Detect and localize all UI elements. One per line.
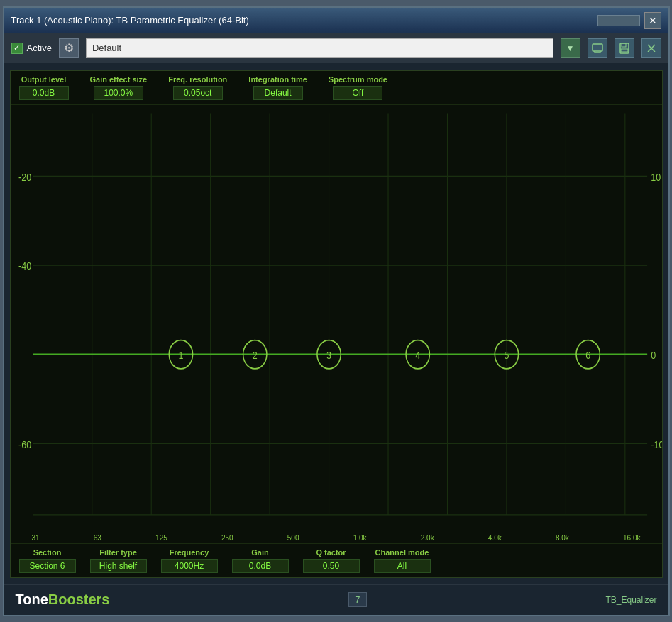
svg-text:-10: -10 [651,438,662,450]
svg-text:-60: -60 [18,438,31,450]
x-label-1k: 1.0k [353,534,367,542]
channel-mode-label: Channel mode [375,548,429,557]
minimize-button[interactable] [597,15,640,26]
freq-resolution-value[interactable]: 0.05oct [173,86,223,100]
q-factor-value[interactable]: 0.50 [303,559,360,573]
x-label-4k: 4.0k [488,534,502,542]
q-factor-group: Q factor 0.50 [303,548,360,573]
filter-type-group: Filter type High shelf [90,548,147,573]
bottom-controls: Section Section 6 Filter type High shelf… [11,543,662,577]
x-label-500: 500 [287,534,299,542]
svg-text:6: 6 [585,348,590,360]
output-level-value[interactable]: 0.0dB [19,86,69,100]
gain-label: Gain [251,548,268,557]
x-axis-labels: 31 63 125 250 500 1.0k 2.0k 4.0k 8.0k 16… [11,533,662,543]
gain-group: Gain 0.0dB [232,548,289,573]
top-controls: Output level 0.0dB Gain effect size 100.… [11,71,662,105]
x-label-125: 125 [155,534,167,542]
preset-input[interactable] [86,38,553,58]
gain-effect-size-label: Gain effect size [90,75,148,84]
spectrum-mode-group: Spectrum mode Off [329,75,387,100]
svg-text:3: 3 [326,348,331,360]
active-checkbox[interactable]: ✓ [11,43,23,54]
q-factor-label: Q factor [316,548,346,557]
spectrum-mode-value[interactable]: Off [333,86,382,100]
title-bar: Track 1 (Acoustic Piano): TB Parametric … [4,8,668,33]
window-title: Track 1 (Acoustic Piano): TB Parametric … [11,15,249,26]
gain-effect-size-value[interactable]: 100.0% [94,86,143,100]
eq-graph[interactable]: -20 -40 -60 10 0 -10 1 2 [11,105,662,533]
svg-text:1: 1 [178,348,183,360]
integration-time-value[interactable]: Default [253,86,303,100]
extra-button[interactable] [641,38,661,58]
section-label: Section [33,548,62,557]
brand-tone: Tone [16,592,48,607]
footer: ToneBoosters 7 TB_Equalizer [4,584,668,615]
frequency-value[interactable]: 4000Hz [161,559,218,573]
x-label-250: 250 [221,534,233,542]
svg-rect-0 [593,44,602,51]
plugin-name: TB_Equalizer [605,595,656,605]
brand-boosters: Boosters [48,592,110,607]
svg-text:5: 5 [504,348,509,360]
freq-resolution-label: Freq. resolution [168,75,227,84]
preset-dropdown-button[interactable]: ▼ [561,38,580,58]
freq-resolution-group: Freq. resolution 0.05oct [168,75,227,100]
active-label: Active [27,43,52,53]
frequency-label: Frequency [170,548,209,557]
svg-text:-40: -40 [18,260,31,272]
output-level-label: Output level [21,75,67,84]
eq-container: Output level 0.0dB Gain effect size 100.… [10,70,663,578]
x-label-2k: 2.0k [421,534,434,542]
x-label-16k: 16.0k [623,534,640,542]
main-window: Track 1 (Acoustic Piano): TB Parametric … [3,6,670,616]
svg-text:2: 2 [252,348,257,360]
svg-rect-3 [621,49,628,52]
toolbar: ✓ Active ⚙ ▼ [4,33,668,65]
eq-svg: -20 -40 -60 10 0 -10 1 2 [11,105,662,533]
title-controls: ✕ [597,12,661,29]
filter-type-label: Filter type [99,548,137,557]
svg-text:0: 0 [651,348,656,360]
svg-text:-20: -20 [18,170,31,182]
filter-type-value[interactable]: High shelf [90,559,147,573]
settings-button[interactable]: ⚙ [59,38,79,58]
x-label-31: 31 [32,534,40,542]
x-label-63: 63 [94,534,101,542]
brand: ToneBoosters [16,592,110,608]
close-button[interactable]: ✕ [644,12,661,29]
output-level-group: Output level 0.0dB [19,75,69,100]
frequency-group: Frequency 4000Hz [161,548,218,573]
svg-text:10: 10 [651,170,661,182]
channel-mode-group: Channel mode All [374,548,431,573]
integration-time-group: Integration time Default [248,75,307,100]
section-group: Section Section 6 [19,548,76,573]
active-toggle[interactable]: ✓ Active [11,43,52,54]
channel-mode-value[interactable]: All [374,559,431,573]
version-badge: 7 [348,592,366,607]
gain-effect-size-group: Gain effect size 100.0% [90,75,148,100]
gain-value[interactable]: 0.0dB [232,559,289,573]
integration-time-label: Integration time [248,75,307,84]
svg-text:4: 4 [415,348,420,360]
plugin-area: Output level 0.0dB Gain effect size 100.… [4,65,668,584]
load-preset-button[interactable] [588,38,607,58]
save-preset-button[interactable] [615,38,634,58]
x-label-8k: 8.0k [556,534,569,542]
section-value[interactable]: Section 6 [19,559,76,573]
spectrum-mode-label: Spectrum mode [329,75,387,84]
